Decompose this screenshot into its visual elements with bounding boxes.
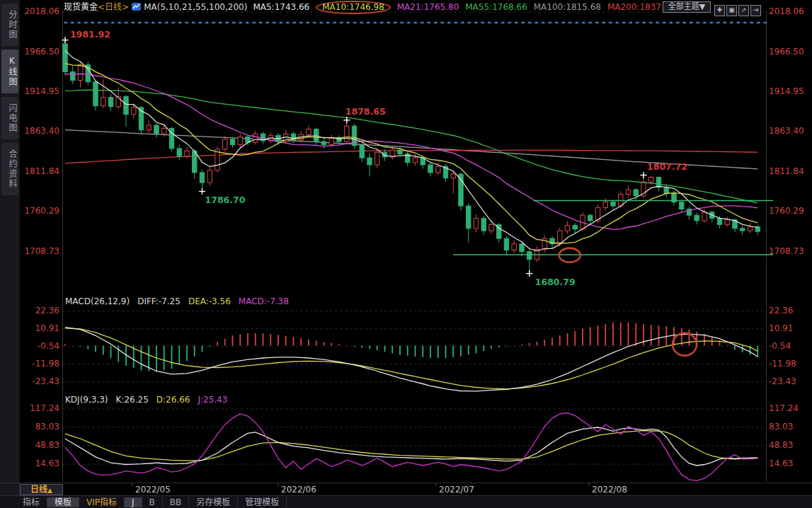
time-axis: 日线▲ 2022/052022/062022/072022/08 [0, 483, 812, 495]
candlestick-layer [63, 40, 760, 274]
ma-value: MA55:1768.66 [465, 2, 527, 12]
region-zoom-icon[interactable]: ▣ [726, 5, 737, 16]
axis-label: 22.36 [21, 306, 59, 316]
kdj-d-value: D:26.66 [156, 395, 190, 405]
axis-label: 1863.40 [21, 126, 59, 136]
macd-panel [65, 323, 757, 391]
symbol-name: 现货黄金 [64, 2, 98, 12]
month-label: 2022/07 [439, 485, 474, 495]
axis-label: 10.91 [769, 323, 810, 333]
axis-label: 14.63 [21, 458, 59, 468]
ma-value: MA200:1837.3 [607, 2, 670, 12]
axis-label: 1760.29 [21, 206, 59, 216]
month-label: 2022/08 [592, 485, 627, 495]
collapse-panel-icon[interactable]: ⇥ [750, 5, 761, 16]
axis-label: 117.24 [769, 403, 810, 413]
bottom-bar-item-VIP指标[interactable]: VIP指标 [79, 497, 125, 507]
sidebar-tab-K线图[interactable]: K线图 [1, 50, 18, 93]
axis-label: 83.03 [21, 422, 59, 432]
bottom-bar-item-模板[interactable]: 模板 [47, 497, 79, 507]
macd-title: MACD(26,12,9) [65, 296, 130, 306]
bottom-bar-item-指标[interactable]: 指标 [16, 497, 47, 507]
month-label: 2022/06 [281, 485, 316, 495]
svg-text:1807.72: 1807.72 [647, 161, 687, 172]
axis-label: -0.54 [21, 341, 59, 351]
svg-text:1680.79: 1680.79 [535, 277, 576, 287]
sidebar-tab-合约资料[interactable]: 合约资料 [1, 143, 18, 195]
ma-values-group: MA5:1743.66MA10:1746.98MA21:1765.80MA55:… [253, 2, 675, 12]
kdj-j-value: J:25.43 [198, 395, 227, 405]
axis-label: -23.43 [21, 376, 59, 386]
axis-label: 1811.84 [769, 166, 810, 176]
axis-label: 1811.84 [21, 166, 59, 176]
svg-text:1878.65: 1878.65 [345, 106, 386, 117]
left-sidebar: 分时图K线图闪电图合约资料 [0, 0, 20, 495]
toolbar-icons-group: ✚▣↗⇥ [713, 1, 761, 16]
bottom-bar-item-另存模板[interactable]: 另存模板 [189, 497, 238, 507]
period-selector[interactable]: 日线▲ [20, 484, 63, 495]
ma-settings-label: MA(5,10,21,55,100,200) [144, 2, 247, 12]
ma-value-circled: MA10:1746.98 [316, 1, 391, 14]
axis-label: 1966.50 [21, 47, 59, 57]
axis-label: 2018.06 [21, 6, 59, 16]
theme-dropdown-button[interactable]: 全部主题▼ [663, 1, 711, 13]
month-label: 2022/05 [135, 485, 171, 495]
period-label: <日线> [98, 2, 129, 12]
macd-header: MACD(26,12,9)DIFF:-7.25DEA:-3.56MACD:-7.… [65, 296, 297, 306]
kdj-panel [65, 413, 757, 481]
macd-diff-value: DIFF:-7.25 [137, 296, 181, 306]
sidebar-tab-闪电图[interactable]: 闪电图 [1, 97, 18, 139]
axis-label: 1966.50 [769, 47, 810, 57]
kdj-k-value: K:26.25 [116, 395, 149, 405]
svg-text:1786.70: 1786.70 [205, 195, 246, 205]
axis-label: 22.36 [769, 306, 810, 316]
axis-label: 83.03 [769, 422, 810, 432]
axis-label: -0.54 [769, 341, 810, 351]
sidebar-tab-分时图[interactable]: 分时图 [1, 4, 18, 46]
bottom-bar-item-BB[interactable]: BB [163, 497, 189, 507]
chart-pointer-icon[interactable]: ↗ [738, 5, 749, 16]
bottom-bar-item-B[interactable]: B [142, 497, 163, 507]
panel-borders [63, 11, 767, 486]
axis-label: 1914.95 [769, 86, 810, 96]
axis-label: -23.43 [769, 376, 810, 386]
ma-value: MA100:1815.68 [534, 2, 601, 12]
axis-label: -11.98 [769, 359, 810, 369]
axis-label: 2018.06 [769, 6, 810, 16]
axis-label: -11.98 [21, 359, 59, 369]
chart-canvas[interactable]: 1981.921786.701878.651680.791807.72 [0, 0, 812, 508]
chevron-up-icon: ▲ [47, 487, 52, 494]
svg-text:1981.92: 1981.92 [70, 29, 110, 40]
bottom-toolbar: 指标模板VIP指标JBBB另存模板管理模板 [0, 495, 812, 508]
axis-label: 1708.73 [769, 246, 810, 256]
period-selector-label: 日线 [30, 485, 47, 495]
chart-header: 现货黄金<日线>MA(5,10,21,55,100,200)MA5:1743.6… [64, 1, 675, 13]
axis-label: 10.91 [21, 323, 59, 333]
axis-label: 1914.95 [21, 86, 59, 96]
kdj-title: KDJ(9,3,3) [65, 395, 108, 405]
bottom-bar-item-管理模板[interactable]: 管理模板 [238, 497, 287, 507]
trading-chart-app: 1981.921786.701878.651680.791807.72 分时图K… [0, 0, 812, 508]
header-toolbar: 全部主题▼ ✚▣↗⇥ [663, 1, 761, 16]
bottom-bar-item-J[interactable]: J [125, 497, 142, 507]
axis-label: 117.24 [21, 403, 59, 413]
macd-macd-value: MACD:-7.38 [239, 296, 289, 306]
axis-label: 14.63 [769, 458, 810, 468]
axis-label: 1760.29 [769, 206, 810, 216]
ma-value: MA5:1743.66 [253, 2, 309, 12]
axis-label: 1708.73 [21, 246, 59, 256]
axis-label: 48.83 [769, 440, 810, 450]
move-crosshair-icon[interactable]: ✚ [714, 5, 725, 16]
kline-icon [132, 2, 141, 14]
axis-label: 48.83 [21, 440, 59, 450]
ma-value: MA21:1765.80 [397, 2, 459, 12]
macd-dea-value: DEA:-3.56 [188, 296, 231, 306]
kdj-header: KDJ(9,3,3)K:26.25D:26.66J:25.43 [65, 395, 235, 405]
axis-label: 1863.40 [769, 126, 810, 136]
